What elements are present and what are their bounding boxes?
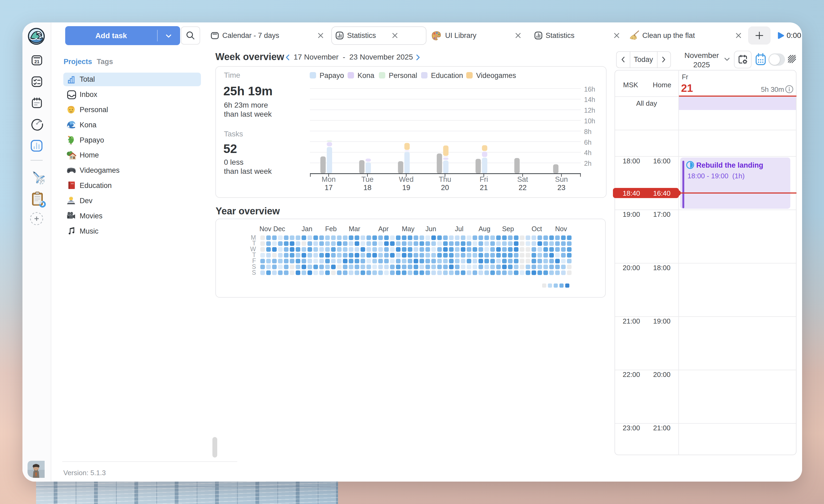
svg-text:14h: 14h <box>584 96 595 103</box>
svg-text:Tue: Tue <box>361 175 374 183</box>
svg-text:Sun: Sun <box>555 175 568 183</box>
svg-text:Sep: Sep <box>502 225 514 233</box>
svg-text:17: 17 <box>325 184 333 192</box>
svg-text:Mon: Mon <box>322 175 336 183</box>
svg-text:6h: 6h <box>584 139 592 146</box>
svg-text:23: 23 <box>557 184 565 192</box>
svg-text:Feb: Feb <box>325 225 337 233</box>
svg-text:Aug: Aug <box>479 225 490 233</box>
svg-text:Apr: Apr <box>378 225 389 233</box>
svg-text:4h: 4h <box>584 149 592 156</box>
svg-text:Jan: Jan <box>302 225 312 233</box>
svg-text:12h: 12h <box>584 107 595 114</box>
svg-text:Mar: Mar <box>349 225 360 233</box>
svg-text:Jun: Jun <box>425 225 436 233</box>
svg-text:19: 19 <box>402 184 410 192</box>
svg-text:16h: 16h <box>584 86 595 93</box>
svg-text:18: 18 <box>364 184 372 192</box>
svg-text:Jul: Jul <box>455 225 463 233</box>
svg-text:Fri: Fri <box>480 175 488 183</box>
svg-text:2h: 2h <box>584 160 592 167</box>
svg-text:Nov: Nov <box>260 225 272 233</box>
svg-text:Thu: Thu <box>439 175 451 183</box>
svg-text:8h: 8h <box>584 128 592 135</box>
svg-text:Nov: Nov <box>555 225 567 233</box>
svg-text:Sat: Sat <box>517 175 528 183</box>
svg-text:Oct: Oct <box>532 225 542 233</box>
svg-text:10h: 10h <box>584 117 595 125</box>
svg-text:21: 21 <box>34 59 39 64</box>
svg-text:Dec: Dec <box>273 225 285 233</box>
svg-text:22: 22 <box>519 184 527 192</box>
svg-text:May: May <box>402 225 415 233</box>
svg-text:Wed: Wed <box>399 175 414 183</box>
svg-text:20: 20 <box>441 184 449 192</box>
svg-text:S: S <box>252 269 256 276</box>
svg-text:21: 21 <box>480 184 488 192</box>
